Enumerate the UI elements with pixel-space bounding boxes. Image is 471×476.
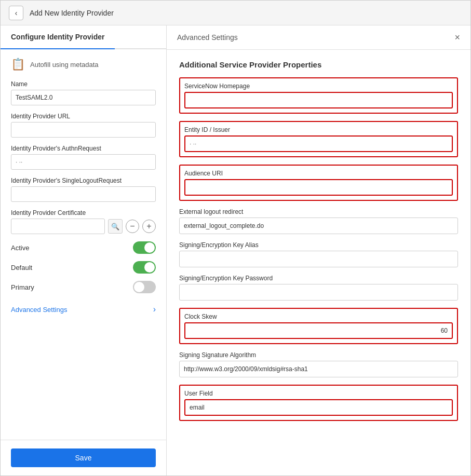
active-label: Active (11, 244, 29, 252)
name-label: Name (11, 80, 156, 88)
cert-search-button[interactable]: 🔍 (108, 219, 123, 234)
advanced-settings-tab-label: Advanced Settings (177, 33, 238, 42)
cert-label: Identity Provider Certificate (11, 209, 156, 216)
default-toggle[interactable] (133, 261, 156, 274)
active-toggle-row: Active (11, 241, 156, 254)
key-alias-group: Signing/Encryption Key Alias (179, 241, 458, 267)
clock-skew-label: Clock Skew (184, 313, 453, 320)
primary-toggle-slider (133, 281, 156, 293)
left-panel-tabs: Configure Identity Provider (1, 25, 166, 49)
authn-field-group: Identity Provider's AuthnRequest (11, 145, 156, 170)
user-field-group: User Field (179, 385, 458, 421)
servicenow-homepage-group: ServiceNow Homepage (179, 77, 458, 114)
clock-skew-input[interactable] (184, 322, 453, 339)
default-toggle-row: Default (11, 261, 156, 274)
advanced-settings-link[interactable]: Advanced Settings › (11, 301, 156, 318)
autofill-icon: 📋 (11, 58, 25, 71)
signing-algorithm-input[interactable] (179, 361, 458, 377)
entity-id-input[interactable] (184, 135, 453, 152)
key-alias-label: Signing/Encryption Key Alias (179, 241, 458, 249)
entity-id-label: Entity ID / Issuer (184, 126, 453, 133)
right-panel-header: Advanced Settings × (167, 25, 470, 50)
right-panel: Advanced Settings × Additional Service P… (167, 25, 470, 475)
cert-field-group: Identity Provider Certificate 🔍 − + (11, 209, 156, 234)
slo-label: Identity Provider's SingleLogoutRequest (11, 177, 156, 184)
audience-uri-label: Audience URI (184, 170, 453, 177)
tab-configure[interactable]: Configure Identity Provider (1, 25, 115, 48)
user-field-input[interactable] (184, 399, 453, 416)
back-button[interactable]: ‹ (9, 6, 23, 20)
idp-url-label: Identity Provider URL (11, 113, 156, 120)
autofill-row[interactable]: 📋 Autofill using metadata (11, 58, 156, 71)
primary-label: Primary (11, 283, 34, 291)
primary-toggle[interactable] (133, 281, 156, 293)
name-input[interactable] (11, 90, 156, 105)
active-toggle-slider (133, 241, 156, 254)
modal-title: Add New Identity Provider (30, 9, 114, 17)
audience-uri-group: Audience URI (179, 165, 458, 201)
authn-input[interactable] (11, 154, 156, 170)
external-logout-label: External logout redirect (179, 208, 458, 215)
modal-header: ‹ Add New Identity Provider (1, 1, 470, 25)
key-password-label: Signing/Encryption Key Password (179, 275, 458, 282)
advanced-settings-link-label: Advanced Settings (11, 306, 67, 314)
cert-plus-button[interactable]: + (142, 220, 156, 233)
key-alias-input[interactable] (179, 251, 458, 267)
primary-toggle-row: Primary (11, 281, 156, 293)
section-title: Additional Service Provider Properties (179, 60, 458, 69)
slo-input[interactable] (11, 186, 156, 202)
name-field-group: Name (11, 80, 156, 105)
servicenow-homepage-label: ServiceNow Homepage (184, 83, 453, 90)
external-logout-input[interactable] (179, 217, 458, 234)
audience-uri-input[interactable] (184, 179, 453, 196)
idp-url-field-group: Identity Provider URL (11, 113, 156, 138)
cert-row: 🔍 − + (11, 219, 156, 234)
clock-skew-group: Clock Skew (179, 308, 458, 344)
modal-body: Configure Identity Provider 📋 Autofill u… (1, 25, 470, 475)
cert-input[interactable] (11, 219, 105, 234)
active-toggle[interactable] (133, 241, 156, 254)
entity-id-group: Entity ID / Issuer (179, 121, 458, 157)
idp-url-input[interactable] (11, 122, 156, 138)
plus-icon: + (146, 222, 151, 231)
arrow-right-icon: › (153, 305, 156, 314)
autofill-label: Autofill using metadata (30, 61, 99, 69)
signing-algorithm-group: Signing Signature Algorithm (179, 351, 458, 377)
save-btn-row: Save (1, 440, 166, 475)
save-button[interactable]: Save (11, 448, 156, 467)
authn-label: Identity Provider's AuthnRequest (11, 145, 156, 152)
left-panel: Configure Identity Provider 📋 Autofill u… (1, 25, 167, 475)
left-panel-content: 📋 Autofill using metadata Name Identity … (1, 49, 166, 440)
cert-minus-button[interactable]: − (126, 220, 139, 233)
signing-algorithm-label: Signing Signature Algorithm (179, 351, 458, 359)
search-icon: 🔍 (111, 223, 119, 230)
user-field-label: User Field (184, 390, 453, 397)
back-icon: ‹ (15, 9, 18, 17)
modal-container: ‹ Add New Identity Provider Configure Id… (0, 0, 471, 476)
close-button[interactable]: × (454, 33, 460, 42)
servicenow-homepage-input[interactable] (184, 92, 453, 108)
default-label: Default (11, 264, 32, 271)
key-password-group: Signing/Encryption Key Password (179, 275, 458, 301)
external-logout-group: External logout redirect (179, 208, 458, 234)
default-toggle-slider (133, 261, 156, 274)
right-panel-content: Additional Service Provider Properties S… (167, 50, 470, 439)
minus-icon: − (130, 222, 134, 231)
key-password-input[interactable] (179, 284, 458, 301)
slo-field-group: Identity Provider's SingleLogoutRequest (11, 177, 156, 202)
